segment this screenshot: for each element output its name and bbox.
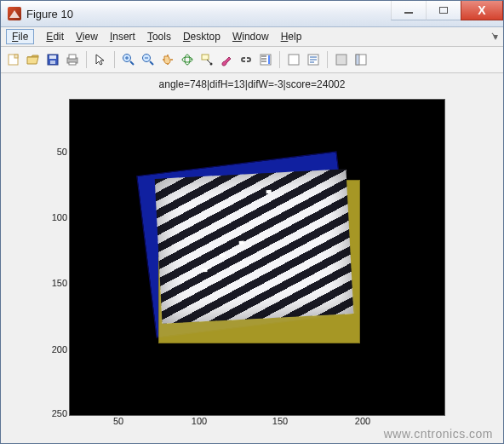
toolbar-separator [114, 51, 115, 68]
menu-edit[interactable]: Edit [46, 31, 64, 43]
pointer-icon[interactable] [93, 52, 108, 67]
svg-rect-7 [69, 62, 76, 65]
pan-icon[interactable] [160, 52, 175, 67]
menu-view[interactable]: View [76, 31, 98, 43]
svg-rect-25 [289, 55, 299, 65]
spec-noise [220, 254, 225, 257]
annotation-icon[interactable] [306, 52, 321, 67]
y-tick-label: 100 [43, 212, 67, 222]
axes-title: angle=748|difH=13|difW=-3|score=24002 [1, 78, 503, 90]
svg-rect-4 [50, 61, 55, 64]
toolbar [1, 47, 503, 73]
dock-arrow-icon[interactable]: ↘ [490, 30, 498, 41]
window-title: Figure 10 [26, 8, 391, 20]
svg-line-13 [150, 61, 153, 65]
svg-rect-32 [356, 55, 359, 65]
svg-rect-30 [336, 55, 346, 65]
datacursor-icon[interactable] [199, 52, 215, 67]
y-tick-label: 50 [43, 147, 67, 157]
toolbar-separator [86, 51, 87, 68]
figure-window: Figure 10 X File Edit View Insert Tools … [0, 0, 504, 444]
svg-rect-6 [69, 55, 76, 59]
x-tick-label: 100 [182, 416, 216, 426]
svg-line-9 [130, 61, 134, 65]
toolbar-separator [279, 51, 280, 68]
titlebar[interactable]: Figure 10 X [1, 1, 503, 27]
colorbar-icon[interactable] [258, 52, 273, 67]
new-figure-icon[interactable] [6, 52, 21, 67]
svg-rect-3 [49, 55, 56, 59]
x-tick-label: 50 [101, 416, 135, 426]
x-tick-label: 200 [346, 416, 380, 426]
spec-noise [239, 241, 244, 245]
zoom-out-icon[interactable] [140, 52, 156, 67]
close-button[interactable]: X [461, 1, 503, 20]
save-icon[interactable] [45, 52, 60, 67]
menu-window[interactable]: Window [232, 31, 269, 43]
legend-icon[interactable] [286, 52, 301, 67]
overlay-fringe-pattern [155, 169, 354, 324]
brush-icon[interactable] [219, 52, 234, 67]
menu-desktop[interactable]: Desktop [183, 31, 220, 43]
watermark-text: www.cntronics.com [384, 427, 493, 441]
rotate3d-icon[interactable] [180, 52, 195, 67]
spec-noise [202, 268, 207, 272]
spec-noise [266, 190, 272, 193]
open-icon[interactable] [26, 52, 41, 67]
menu-insert[interactable]: Insert [110, 31, 135, 43]
toolbar-separator [327, 51, 328, 68]
link-icon[interactable] [238, 52, 254, 67]
print-icon[interactable] [65, 52, 80, 67]
menu-help[interactable]: Help [281, 31, 302, 43]
svg-point-19 [210, 63, 213, 66]
minimize-button[interactable] [391, 1, 426, 20]
y-tick-label: 200 [43, 344, 67, 355]
svg-point-16 [185, 55, 190, 65]
y-tick-label: 250 [43, 408, 67, 418]
menu-tools[interactable]: Tools [147, 31, 171, 43]
svg-rect-21 [268, 55, 270, 64]
zoom-in-icon[interactable] [121, 52, 136, 67]
hide-tools-icon[interactable] [334, 52, 349, 67]
menu-file[interactable]: File [6, 29, 34, 44]
x-tick-label: 150 [263, 416, 297, 426]
menubar: File Edit View Insert Tools Desktop Wind… [1, 27, 503, 47]
maximize-button[interactable] [426, 1, 461, 20]
svg-rect-1 [14, 55, 18, 58]
matlab-icon [8, 7, 21, 20]
window-controls: X [391, 1, 503, 26]
figure-canvas[interactable]: angle=748|difH=13|difW=-3|score=24002 50… [1, 73, 503, 444]
y-tick-label: 150 [43, 278, 67, 288]
svg-rect-17 [202, 55, 209, 60]
show-tools-icon[interactable] [353, 52, 369, 67]
